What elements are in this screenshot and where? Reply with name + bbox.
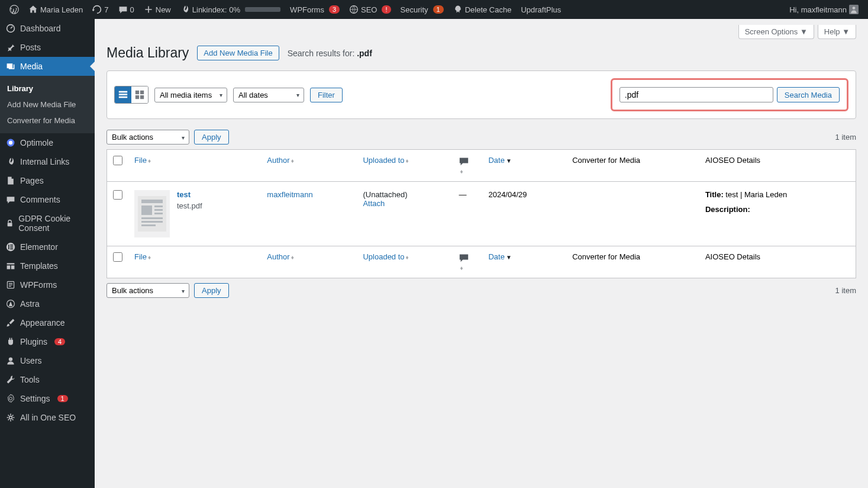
new-content[interactable]: New: [139, 0, 176, 19]
linkindex[interactable]: Linkindex: 0%: [176, 0, 285, 19]
sidebar-posts[interactable]: Posts: [0, 38, 95, 57]
svg-rect-28: [154, 206, 163, 207]
svg-rect-11: [10, 245, 13, 246]
security-bar[interactable]: Security 1: [396, 0, 448, 19]
comments-col-icon: [459, 252, 469, 263]
site-name[interactable]: Maria Leden: [24, 0, 88, 19]
col-author[interactable]: Author: [267, 252, 289, 261]
view-list-button[interactable]: [115, 86, 131, 103]
svg-rect-20: [119, 97, 127, 98]
svg-rect-8: [8, 223, 12, 226]
media-icon: [6, 62, 15, 71]
col-uploaded[interactable]: Uploaded to: [363, 156, 404, 165]
seo-bar[interactable]: SEO !: [344, 0, 396, 19]
sidebar-item-label: Elementor: [20, 242, 58, 252]
sidebar-gdpr[interactable]: GDPR Cookie Consent: [0, 209, 95, 237]
search-button[interactable]: Search Media: [777, 87, 840, 102]
user-icon: [6, 356, 15, 365]
wpforms-bar[interactable]: WPForms 3: [285, 0, 344, 19]
gear-icon: [6, 413, 15, 422]
bulk-action-select-top[interactable]: Bulk actions: [107, 130, 189, 145]
author-link[interactable]: maxfleitmann: [267, 190, 312, 199]
media-title-link[interactable]: test: [177, 190, 202, 199]
date-select[interactable]: All dates: [233, 88, 304, 102]
view-switch: [114, 86, 149, 104]
col-date[interactable]: Date: [488, 156, 504, 165]
sidebar-elementor[interactable]: Elementor: [0, 237, 95, 256]
svg-rect-23: [135, 95, 139, 99]
svg-rect-31: [141, 217, 163, 219]
screen-options-button[interactable]: Screen Options ▼: [738, 25, 814, 39]
table-row: test test.pdf maxfleitmann (Unattached) …: [107, 182, 856, 246]
sidebar-plugins[interactable]: Plugins 4: [0, 332, 95, 351]
col-date[interactable]: Date: [488, 252, 504, 261]
sidebar-item-label: Appearance: [20, 318, 65, 328]
sidebar-media[interactable]: Media: [0, 57, 95, 76]
item-count-bottom: 1 item: [835, 286, 856, 295]
sidebar-optimole[interactable]: Optimole: [0, 133, 95, 152]
sidebar-wpforms[interactable]: WPForms: [0, 275, 95, 294]
updraft-bar[interactable]: UpdraftPlus: [516, 0, 566, 19]
media-type-select[interactable]: All media items: [154, 88, 227, 102]
plugin-icon: [6, 337, 15, 346]
sidebar-pages[interactable]: Pages: [0, 171, 95, 190]
updates[interactable]: 7: [88, 0, 113, 19]
svg-rect-26: [141, 200, 163, 203]
help-button[interactable]: Help ▼: [818, 25, 856, 39]
svg-rect-33: [141, 224, 156, 226]
avatar-icon: [849, 5, 859, 14]
col-file[interactable]: File: [134, 156, 147, 165]
sidebar-aioseo[interactable]: All in One SEO: [0, 408, 95, 427]
submenu-converter[interactable]: Converter for Media: [0, 113, 95, 129]
linkindex-bar: [245, 7, 280, 12]
sidebar-item-label: Users: [20, 356, 42, 365]
col-uploaded[interactable]: Uploaded to: [363, 252, 404, 261]
wrench-icon: [6, 375, 15, 384]
delete-cache-bar[interactable]: Delete Cache: [448, 0, 517, 19]
screen-meta: Screen Options ▼ Help ▼: [107, 25, 856, 39]
search-box-highlight: Search Media: [611, 78, 848, 111]
linkindex-label: Linkindex:: [192, 5, 227, 14]
globe-icon: [349, 5, 359, 14]
sidebar-internal-links[interactable]: Internal Links: [0, 152, 95, 171]
sidebar-comments[interactable]: Comments: [0, 190, 95, 209]
sidebar-templates[interactable]: Templates: [0, 256, 95, 275]
aioseo-description: Description:: [705, 205, 850, 214]
svg-rect-29: [154, 209, 163, 211]
linkindex-pct: 0%: [229, 5, 240, 14]
submenu-add-new[interactable]: Add New Media File: [0, 97, 95, 113]
dashboard-icon: [6, 24, 15, 33]
flame-icon: [6, 157, 15, 166]
sort-icon: ♦: [406, 254, 409, 261]
filter-button[interactable]: Filter: [310, 88, 343, 102]
bulk-action-select-bottom[interactable]: Bulk actions: [107, 283, 189, 298]
sidebar-users[interactable]: Users: [0, 351, 95, 370]
comments[interactable]: 0: [114, 0, 139, 19]
sidebar-item-label: Pages: [20, 176, 44, 185]
file-thumbnail: [134, 190, 170, 237]
col-author[interactable]: Author: [267, 156, 289, 165]
sidebar-astra[interactable]: Astra: [0, 294, 95, 313]
svg-point-17: [9, 416, 12, 419]
sidebar-appearance[interactable]: Appearance: [0, 313, 95, 332]
wp-logo[interactable]: [5, 0, 24, 19]
sidebar-item-label: Internal Links: [20, 157, 69, 166]
sidebar-tools[interactable]: Tools: [0, 370, 95, 389]
new-label: New: [156, 5, 171, 14]
search-input[interactable]: [619, 87, 773, 102]
select-all-bottom[interactable]: [113, 252, 122, 262]
apply-button-bottom[interactable]: Apply: [194, 283, 229, 298]
wpforms-label: WPForms: [290, 5, 324, 14]
sidebar-dashboard[interactable]: Dashboard: [0, 19, 95, 38]
col-file[interactable]: File: [134, 252, 147, 261]
sidebar-settings[interactable]: Settings 1: [0, 389, 95, 408]
account[interactable]: Hi, maxfleitmann: [785, 0, 863, 19]
submenu-library[interactable]: Library: [0, 81, 95, 97]
apply-button-top[interactable]: Apply: [194, 130, 229, 145]
view-grid-button[interactable]: [131, 86, 148, 103]
add-new-button[interactable]: Add New Media File: [197, 46, 279, 60]
security-label: Security: [401, 5, 428, 14]
attach-link[interactable]: Attach: [363, 199, 385, 208]
row-checkbox[interactable]: [113, 190, 122, 200]
select-all-top[interactable]: [113, 156, 122, 165]
